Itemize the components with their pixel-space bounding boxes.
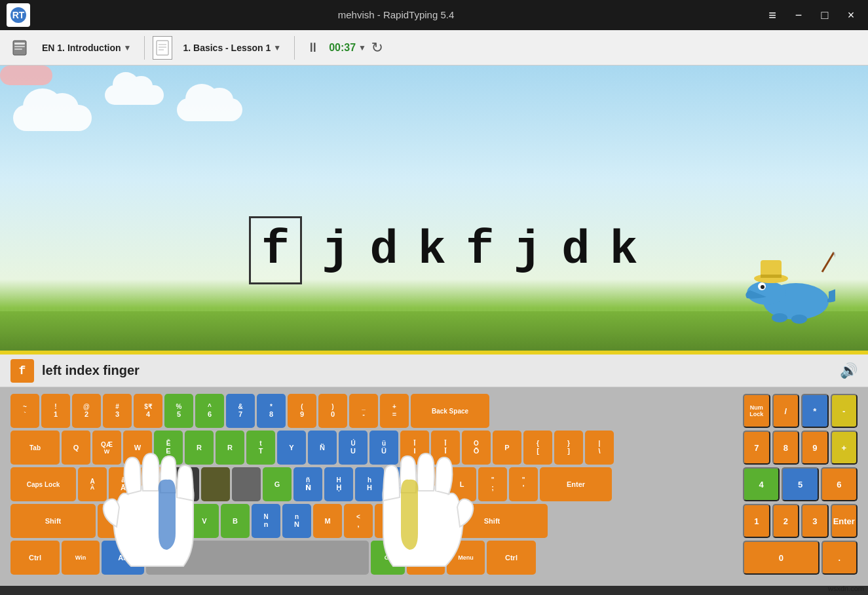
numpad-2[interactable]: 2 xyxy=(772,504,800,538)
key-g[interactable]: G xyxy=(263,467,292,501)
key-i[interactable]: ĪI xyxy=(400,431,429,465)
key-m[interactable]: M xyxy=(313,504,342,538)
numpad-9[interactable]: 9 xyxy=(801,431,829,465)
key-tab[interactable]: Tab xyxy=(10,431,60,465)
numpad-6[interactable]: 6 xyxy=(821,467,858,501)
key-gr[interactable]: Gr xyxy=(371,541,405,575)
key-alt-left[interactable]: Alt xyxy=(102,541,144,575)
speaker-button[interactable]: 🔊 xyxy=(840,362,858,379)
key-equals[interactable]: += xyxy=(380,394,409,428)
numpad-8[interactable]: 8 xyxy=(772,431,800,465)
key-semicolon[interactable]: "; xyxy=(478,467,507,501)
key-ae[interactable]: QÆW xyxy=(92,431,121,465)
key-q[interactable]: Q xyxy=(62,431,90,465)
key-2[interactable]: @2 xyxy=(72,394,101,428)
key-backtick[interactable]: ~` xyxy=(10,394,39,428)
key-j[interactable]: J xyxy=(386,467,415,501)
key-dark-key[interactable] xyxy=(232,467,261,501)
key-6[interactable]: ^6 xyxy=(195,394,224,428)
key-r2[interactable]: R xyxy=(216,431,244,465)
key-u-uml[interactable]: üÜ xyxy=(369,431,398,465)
lesson-selector[interactable]: 1. Basics - Lesson 1 ▼ xyxy=(178,40,286,56)
key-n2[interactable]: nN xyxy=(282,504,311,538)
timer-display[interactable]: 00:37 ▼ xyxy=(329,42,366,54)
key-v[interactable]: V xyxy=(190,504,219,538)
key-shift-right[interactable]: Shift xyxy=(436,504,548,538)
numpad-dot[interactable]: . xyxy=(821,541,858,575)
key-z[interactable]: Z xyxy=(98,504,126,538)
key-minus[interactable]: _- xyxy=(349,394,378,428)
key-close-bracket[interactable]: }] xyxy=(554,431,583,465)
maximize-button[interactable]: □ xyxy=(814,5,835,26)
key-ctrl-left[interactable]: Ctrl xyxy=(10,541,60,575)
key-5[interactable]: %5 xyxy=(164,394,193,428)
key-k[interactable]: K xyxy=(417,467,445,501)
key-quote[interactable]: "' xyxy=(509,467,538,501)
numpad-multiply[interactable]: * xyxy=(801,394,829,428)
key-7[interactable]: &7 xyxy=(226,394,255,428)
key-slash[interactable]: ?/ xyxy=(406,504,434,538)
key-comma[interactable]: <, xyxy=(344,504,373,538)
numpad-slash[interactable]: / xyxy=(772,394,800,428)
key-c[interactable]: C xyxy=(159,504,188,538)
key-w[interactable]: W xyxy=(123,431,152,465)
key-r1[interactable]: R xyxy=(185,431,214,465)
key-3[interactable]: #3 xyxy=(103,394,132,428)
key-h1[interactable]: HḤ xyxy=(324,467,353,501)
key-backspace[interactable]: Back Space xyxy=(411,394,489,428)
numpad-numlock[interactable]: NumLock xyxy=(743,394,770,428)
key-n-cedilla[interactable]: ñN̈ xyxy=(293,467,322,501)
typing-char-5: j xyxy=(514,223,542,277)
numpad-4[interactable]: 4 xyxy=(743,467,780,501)
numpad-plus[interactable]: + xyxy=(831,431,858,465)
key-y[interactable]: Y xyxy=(277,431,306,465)
key-win-left[interactable]: Win xyxy=(62,541,100,575)
key-4[interactable]: $₹4 xyxy=(134,394,162,428)
key-h2[interactable]: hH xyxy=(355,467,384,501)
key-a[interactable]: AĀ xyxy=(78,467,107,501)
key-e[interactable]: ĚE xyxy=(154,431,183,465)
key-menu[interactable]: Menu xyxy=(447,541,485,575)
close-button[interactable]: × xyxy=(840,5,861,26)
key-ctrl-right[interactable]: Ctrl xyxy=(487,541,536,575)
key-n-tilde[interactable]: Ñ xyxy=(308,431,337,465)
pause-button[interactable]: ⏸ xyxy=(303,37,324,58)
key-s[interactable]: SŠ xyxy=(140,467,168,501)
key-l[interactable]: L xyxy=(447,467,476,501)
numpad-enter[interactable]: Enter xyxy=(831,504,858,538)
key-p[interactable]: P xyxy=(493,431,521,465)
course-selector[interactable]: EN 1. Introduction ▼ xyxy=(37,40,136,56)
key-a-macron[interactable]: āĀ xyxy=(109,467,138,501)
key-x[interactable]: X xyxy=(128,504,157,538)
key-i2[interactable]: ĪĪ xyxy=(431,431,460,465)
numpad-minus[interactable]: - xyxy=(831,394,858,428)
key-d[interactable]: D xyxy=(170,467,199,501)
key-1[interactable]: !1 xyxy=(41,394,70,428)
numpad-0[interactable]: 0 xyxy=(743,541,820,575)
key-backslash[interactable]: |\ xyxy=(585,431,614,465)
key-o[interactable]: OŌ xyxy=(462,431,491,465)
key-shift-left[interactable]: Shift xyxy=(10,504,96,538)
key-9[interactable]: (9 xyxy=(288,394,316,428)
key-enter[interactable]: Enter xyxy=(540,467,612,501)
key-8[interactable]: *8 xyxy=(257,394,286,428)
minimize-button[interactable]: − xyxy=(788,5,809,26)
key-n[interactable]: Nn xyxy=(252,504,280,538)
numpad-5[interactable]: 5 xyxy=(782,467,818,501)
hamburger-menu-button[interactable]: ≡ xyxy=(762,5,783,26)
finger-hint-bar: f left index finger 🔊 xyxy=(0,355,868,387)
key-period[interactable]: >. xyxy=(375,504,404,538)
key-t[interactable]: tT xyxy=(246,431,275,465)
key-0[interactable]: )0 xyxy=(318,394,347,428)
numpad-1[interactable]: 1 xyxy=(743,504,770,538)
key-open-bracket[interactable]: {[ xyxy=(523,431,552,465)
numpad-7[interactable]: 7 xyxy=(743,431,770,465)
numpad-3[interactable]: 3 xyxy=(801,504,829,538)
svg-rect-6 xyxy=(157,41,168,55)
key-space[interactable] xyxy=(146,541,369,575)
key-u[interactable]: ÚU xyxy=(339,431,368,465)
key-b[interactable]: B xyxy=(221,504,250,538)
undo-button[interactable]: ↺ xyxy=(371,39,383,56)
key-caps-lock[interactable]: Caps Lock xyxy=(10,467,76,501)
key-win-right[interactable]: Win xyxy=(407,541,445,575)
